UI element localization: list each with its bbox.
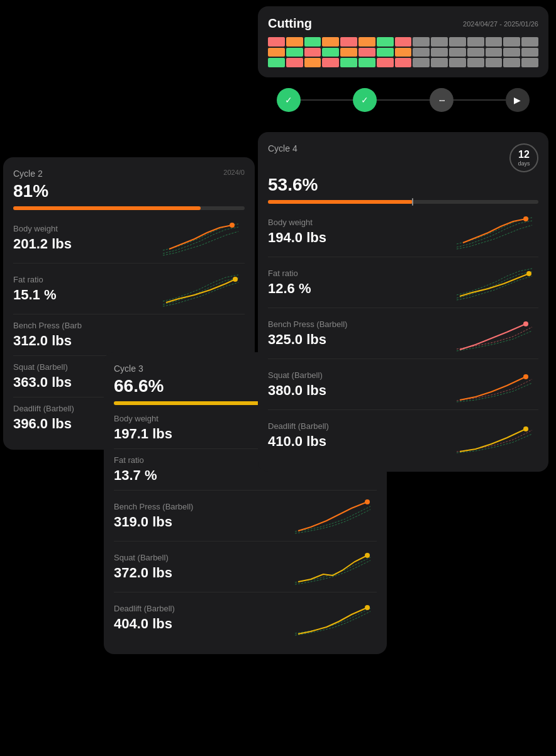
cycle4-progress-marker — [412, 198, 413, 206]
cycle2-deadlift-label: Deadlift (Barbell) — [13, 404, 74, 413]
cycle2-body-weight-row: Body weight 201.2 lbs — [13, 213, 245, 264]
cycle2-fat-ratio-row: Fat ratio 15.1 % — [13, 264, 245, 314]
cycle3-squat-label: Squat (Barbell) — [114, 553, 172, 562]
cycle2-body-weight-label: Body weight — [13, 224, 72, 233]
cycle2-bench-value: 312.0 lbs — [13, 333, 82, 349]
cycle4-fat-ratio-label: Fat ratio — [268, 269, 311, 278]
cycle4-squat-label: Squat (Barbell) — [268, 370, 326, 380]
cycle3-squat-chart — [295, 548, 377, 586]
svg-point-5 — [523, 216, 528, 221]
cycle2-body-weight-chart — [163, 219, 245, 257]
svg-point-7 — [523, 321, 528, 326]
cycle4-bench-value: 325.0 lbs — [268, 331, 347, 348]
cycle4-body-weight-row: Body weight 194.0 lbs — [268, 206, 538, 257]
cycle3-deadlift-row: Deadlift (Barbell) 404.0 lbs — [114, 592, 377, 643]
step-4[interactable]: ▶ — [506, 88, 530, 112]
cycle4-deadlift-chart — [457, 416, 538, 454]
cutting-title: Cutting — [268, 16, 312, 31]
cycle4-bench-row: Bench Press (Barbell) 325.0 lbs — [268, 308, 538, 359]
svg-point-4 — [365, 605, 370, 610]
cycle2-percent: 81% — [13, 181, 245, 201]
cycle2-fat-ratio-label: Fat ratio — [13, 275, 57, 284]
cycle2-squat-value: 363.0 lbs — [13, 374, 72, 391]
cycle4-fat-ratio-value: 12.6 % — [268, 281, 311, 297]
cycle3-bench-chart — [295, 497, 377, 535]
cycle3-bench-row: Bench Press (Barbell) 319.0 lbs — [114, 491, 377, 542]
cycle3-deadlift-value: 404.0 lbs — [114, 616, 175, 632]
cycle4-progress-bar — [268, 200, 538, 204]
cycle2-fat-ratio-chart — [163, 270, 245, 308]
svg-point-3 — [365, 553, 370, 558]
cycle4-bench-label: Bench Press (Barbell) — [268, 320, 347, 329]
step-3-icon: ··· — [438, 94, 444, 107]
cycle4-deadlift-label: Deadlift (Barbell) — [268, 421, 329, 431]
cycle3-fat-ratio-value: 13.7 % — [114, 467, 157, 484]
cycle2-name: Cycle 2 — [13, 169, 43, 179]
cycle4-squat-value: 380.0 lbs — [268, 382, 326, 399]
svg-point-9 — [523, 426, 528, 431]
cycle2-date: 2024/0 — [223, 169, 245, 176]
cycle4-days-num: 12 — [518, 148, 530, 160]
connector-3 — [453, 99, 506, 101]
svg-point-8 — [523, 374, 528, 379]
cycle4-body-weight-value: 194.0 lbs — [268, 230, 326, 246]
cycle4-body-weight-label: Body weight — [268, 218, 326, 227]
cycle4-percent: 53.6% — [268, 175, 538, 195]
cycle4-progress-fill — [268, 200, 413, 204]
cycle4-fat-ratio-chart — [457, 264, 538, 301]
step-2-icon: ✓ — [361, 95, 369, 105]
connector-2 — [377, 99, 429, 101]
cutting-date: 2024/04/27 - 2025/01/26 — [463, 20, 538, 28]
cycle4-squat-chart — [457, 365, 538, 403]
cycle2-bench-label: Bench Press (Barb — [13, 321, 82, 330]
cycle2-body-weight-value: 201.2 lbs — [13, 236, 72, 252]
cycle2-progress-fill — [13, 206, 201, 210]
cycle3-body-weight-label: Body weight — [114, 414, 172, 423]
cycle4-squat-row: Squat (Barbell) 380.0 lbs — [268, 359, 538, 410]
step-3[interactable]: ··· — [430, 88, 453, 112]
step-1-icon: ✓ — [285, 95, 292, 105]
cycle4-deadlift-value: 410.0 lbs — [268, 433, 329, 450]
cycle3-bench-value: 319.0 lbs — [114, 514, 193, 530]
step-4-icon: ▶ — [514, 95, 521, 105]
cycle2-bench-row: Bench Press (Barb 312.0 lbs — [13, 314, 245, 356]
cycle3-bench-label: Bench Press (Barbell) — [114, 502, 193, 511]
cycle3-deadlift-chart — [295, 599, 377, 636]
cycle3-squat-value: 372.0 lbs — [114, 565, 172, 581]
progress-steps: ✓ ✓ ··· ▶ — [258, 88, 548, 112]
cycle2-fat-ratio-value: 15.1 % — [13, 287, 57, 303]
cycle3-body-weight-value: 197.1 lbs — [114, 426, 172, 442]
cutting-card: Cutting 2024/04/27 - 2025/01/26 — [258, 6, 548, 77]
cycle3-deadlift-label: Deadlift (Barbell) — [114, 604, 175, 613]
svg-point-1 — [233, 277, 238, 282]
cycle4-days-badge: 12 days — [509, 143, 538, 172]
cycle4-days-label: days — [518, 160, 530, 167]
cycle4-body-weight-chart — [457, 213, 538, 250]
step-1[interactable]: ✓ — [277, 88, 301, 112]
cycle4-name: Cycle 4 — [268, 143, 297, 153]
heatmap-grid — [268, 37, 538, 67]
cycle4-deadlift-row: Deadlift (Barbell) 410.0 lbs — [268, 410, 538, 460]
svg-point-2 — [365, 499, 370, 504]
connector-1 — [301, 99, 353, 101]
svg-point-6 — [526, 271, 531, 276]
cycle4-card: Cycle 4 12 days 53.6% Body weight 194.0 … — [258, 132, 548, 472]
cycle3-name: Cycle 3 — [114, 364, 143, 374]
cycle2-squat-label: Squat (Barbell) — [13, 362, 72, 372]
svg-point-0 — [230, 223, 235, 228]
cycle4-fat-ratio-row: Fat ratio 12.6 % — [268, 257, 538, 308]
step-2[interactable]: ✓ — [353, 88, 377, 112]
cycle2-progress-bar — [13, 206, 245, 210]
cycle2-deadlift-value: 396.0 lbs — [13, 416, 74, 432]
cycle3-squat-row: Squat (Barbell) 372.0 lbs — [114, 542, 377, 592]
cycle4-bench-chart — [457, 314, 538, 352]
cycle3-fat-ratio-label: Fat ratio — [114, 455, 157, 465]
